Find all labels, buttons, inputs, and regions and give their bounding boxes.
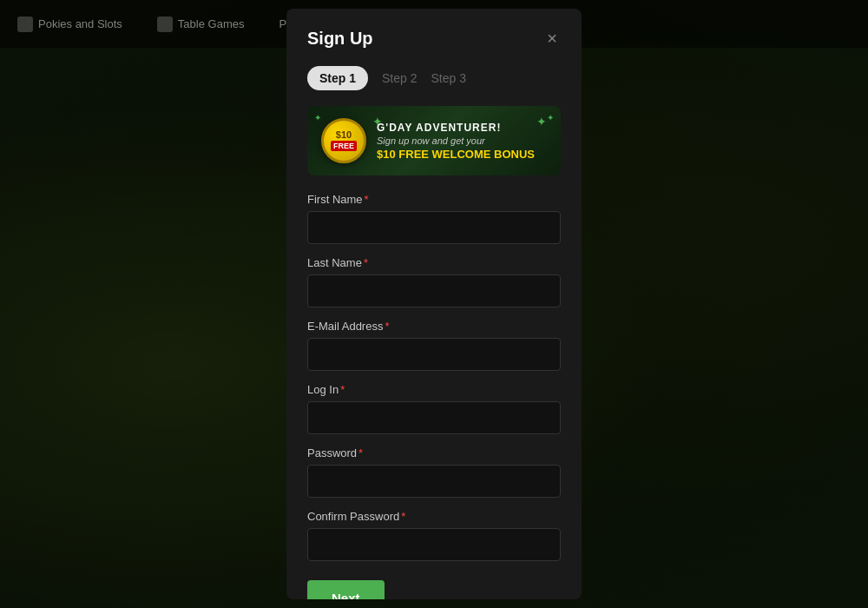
coin-free-label: FREE [331,141,357,151]
last-name-group: Last Name* [307,256,561,307]
first-name-input[interactable] [307,211,561,244]
last-name-label: Last Name* [307,256,561,269]
email-input[interactable] [307,338,561,371]
signup-modal: Sign Up × Step 1 Step 2 Step 3 ✦ ✦ $10 F… [286,9,582,599]
welcome-banner: ✦ ✦ $10 FREE G'DAY ADVENTURER! Sign up n… [307,106,561,175]
confirm-password-input[interactable] [307,528,561,561]
banner-highlight: $10 FREE WELCOME BONUS [377,148,547,161]
first-name-group: First Name* [307,193,561,244]
login-input[interactable] [307,401,561,434]
banner-text: G'DAY ADVENTURER! Sign up now and get yo… [377,122,547,161]
email-label: E-Mail Address* [307,320,561,333]
next-button[interactable]: Next [307,580,385,599]
last-name-input[interactable] [307,274,561,307]
email-group: E-Mail Address* [307,320,561,371]
confirm-password-group: Confirm Password* [307,510,561,561]
required-star: * [358,446,363,459]
password-input[interactable] [307,465,561,498]
modal-header: Sign Up × [307,26,561,50]
step-1[interactable]: Step 1 [307,66,368,90]
required-star: * [364,256,368,269]
first-name-label: First Name* [307,193,561,206]
step-3[interactable]: Step 3 [431,71,466,85]
modal-title: Sign Up [307,29,373,49]
password-label: Password* [307,446,561,459]
required-star: * [340,383,345,396]
sparkle-right-icon: ✦ [536,115,547,129]
password-group: Password* [307,446,561,498]
required-star: * [365,193,369,206]
required-star: * [385,320,389,333]
sparkle-left-icon: ✦ [372,115,383,129]
modal-overlay: Sign Up × Step 1 Step 2 Step 3 ✦ ✦ $10 F… [0,0,868,608]
banner-headline: G'DAY ADVENTURER! [377,122,547,134]
close-button[interactable]: × [543,26,561,50]
step-2[interactable]: Step 2 [382,71,417,85]
steps-indicator: Step 1 Step 2 Step 3 [307,66,561,90]
confirm-password-label: Confirm Password* [307,510,561,523]
required-star: * [401,510,405,523]
banner-subtext: Sign up now and get your [377,135,547,146]
login-group: Log In* [307,383,561,434]
coin-amount: $10 [336,130,352,140]
login-label: Log In* [307,383,561,396]
signup-form: First Name* Last Name* E-Mail Address* L… [307,193,561,599]
coin-graphic: $10 FREE [321,118,366,163]
